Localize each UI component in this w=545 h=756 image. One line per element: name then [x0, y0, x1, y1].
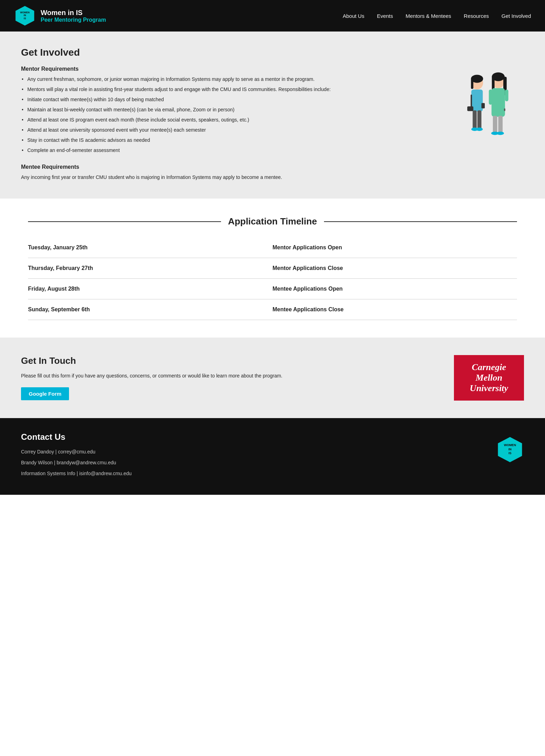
footer-contacts: Correy Dandoy | correy@cmu.eduBrandy Wil…	[21, 448, 482, 477]
site-title: Women in IS	[41, 9, 106, 17]
mentor-req-title: Mentor Requirements	[21, 66, 433, 72]
svg-rect-11	[477, 110, 482, 129]
timeline-date: Tuesday, January 25th	[28, 244, 272, 251]
timeline-date: Sunday, September 6th	[28, 306, 272, 313]
get-in-touch-section: Get In Touch Please fill out this form i…	[0, 338, 545, 418]
svg-point-25	[497, 132, 504, 135]
mentor-bullet-item: Attend at least one university sponsored…	[21, 126, 433, 134]
mentor-bullet-item: Stay in contact with the IS academic adv…	[21, 137, 433, 144]
footer-contact-item: Information Systems Info | isinfo@andrew…	[21, 470, 482, 477]
timeline-date: Thursday, February 27th	[28, 265, 272, 271]
git-left: Get In Touch Please fill out this form i…	[21, 355, 433, 400]
svg-rect-9	[467, 106, 473, 111]
svg-rect-22	[493, 116, 497, 133]
mentee-req-title: Mentee Requirements	[21, 164, 433, 170]
svg-rect-18	[492, 77, 495, 90]
footer-logo-icon: WOMEN IN IS	[496, 436, 524, 464]
get-involved-section: Get Involved Mentor Requirements Any cur…	[0, 32, 545, 199]
nav-mentors-mentees[interactable]: Mentors & Mentees	[406, 13, 451, 19]
git-title: Get In Touch	[21, 355, 433, 366]
google-form-button[interactable]: Google Form	[21, 387, 69, 400]
footer-title: Contact Us	[21, 432, 482, 442]
cmu-logo-box: CarnegieMellonUniversity	[454, 355, 524, 401]
mentor-bullet-item: Complete an end-of-semester assessment	[21, 147, 433, 154]
mentor-bullet-item: Mentors will play a vital role in assist…	[21, 86, 433, 93]
timeline-title: Application Timeline	[228, 216, 317, 227]
logo-area: WOMEN IN IS Women in IS Peer Mentoring P…	[14, 5, 106, 27]
mentor-bullet-item: Attend at least one IS program event eac…	[21, 116, 433, 124]
mentor-bullet-item: Maintain at least bi-weekly contact with…	[21, 106, 433, 113]
svg-rect-21	[505, 90, 509, 102]
svg-rect-10	[472, 110, 477, 129]
timeline-line-left	[28, 221, 221, 222]
mentee-req-text: Any incoming first year or transfer CMU …	[21, 174, 433, 181]
nav-resources[interactable]: Resources	[464, 13, 489, 19]
mentee-section: Mentee Requirements Any incoming first y…	[21, 164, 433, 181]
site-subtitle: Peer Mentoring Program	[41, 17, 106, 23]
svg-rect-27	[504, 109, 505, 111]
svg-rect-19	[491, 88, 505, 117]
svg-text:WOMEN: WOMEN	[504, 443, 516, 447]
logo-icon: WOMEN IN IS	[14, 5, 36, 27]
get-involved-title: Get Involved	[21, 47, 524, 58]
timeline-event: Mentee Applications Close	[272, 306, 517, 313]
mentor-bullet-item: Initiate contact with mentee(s) within 1…	[21, 96, 433, 103]
site-header: WOMEN IN IS Women in IS Peer Mentoring P…	[0, 0, 545, 32]
nav-events[interactable]: Events	[377, 13, 393, 19]
svg-text:IN: IN	[509, 448, 512, 451]
svg-text:WOMEN: WOMEN	[20, 11, 30, 14]
svg-rect-23	[498, 116, 503, 133]
nav-get-involved[interactable]: Get Involved	[502, 13, 531, 19]
mentor-bullet-item: Any current freshman, sophomore, or juni…	[21, 76, 433, 83]
cmu-logo-text: CarnegieMellonUniversity	[470, 362, 508, 394]
timeline-header: Application Timeline	[28, 216, 517, 227]
timeline-event: Mentor Applications Open	[272, 244, 517, 251]
timeline-event: Mentor Applications Close	[272, 265, 517, 271]
git-description: Please fill out this form if you have an…	[21, 372, 433, 380]
timeline-section: Application Timeline Tuesday, January 25…	[0, 199, 545, 338]
svg-rect-6	[471, 79, 474, 89]
logo-text: Women in IS Peer Mentoring Program	[41, 9, 106, 23]
timeline-row: Sunday, September 6thMentee Applications…	[28, 299, 517, 320]
footer-logo-area: WOMEN IN IS	[496, 432, 524, 464]
timeline-event: Mentee Applications Open	[272, 286, 517, 292]
people-illustration-svg	[450, 69, 520, 157]
mentor-bullets-list: Any current freshman, sophomore, or juni…	[21, 76, 433, 154]
svg-rect-8	[471, 95, 472, 108]
svg-rect-20	[489, 90, 492, 105]
main-nav: About Us Events Mentors & Mentees Resour…	[343, 13, 531, 19]
timeline-row: Friday, August 28thMentee Applications O…	[28, 279, 517, 299]
timeline-row: Tuesday, January 25thMentor Applications…	[28, 237, 517, 258]
footer-left: Contact Us Correy Dandoy | correy@cmu.ed…	[21, 432, 482, 481]
timeline-row: Thursday, February 27thMentor Applicatio…	[28, 258, 517, 279]
svg-text:IS: IS	[24, 17, 26, 20]
gi-text-content: Mentor Requirements Any current freshman…	[21, 66, 433, 181]
footer-contact-item: Brandy Wilson | brandyw@andrew.cmu.edu	[21, 459, 482, 466]
svg-rect-14	[481, 103, 485, 108]
footer-contact-item: Correy Dandoy | correy@cmu.edu	[21, 448, 482, 456]
timeline-line-right	[324, 221, 517, 222]
svg-text:IS: IS	[509, 451, 511, 455]
svg-point-13	[476, 127, 483, 131]
illustration-area	[447, 69, 524, 157]
svg-text:IN: IN	[24, 14, 26, 16]
site-footer: Contact Us Correy Dandoy | correy@cmu.ed…	[0, 418, 545, 495]
timeline-date: Friday, August 28th	[28, 286, 272, 292]
nav-about[interactable]: About Us	[343, 13, 364, 19]
timeline-rows-container: Tuesday, January 25thMentor Applications…	[28, 237, 517, 320]
